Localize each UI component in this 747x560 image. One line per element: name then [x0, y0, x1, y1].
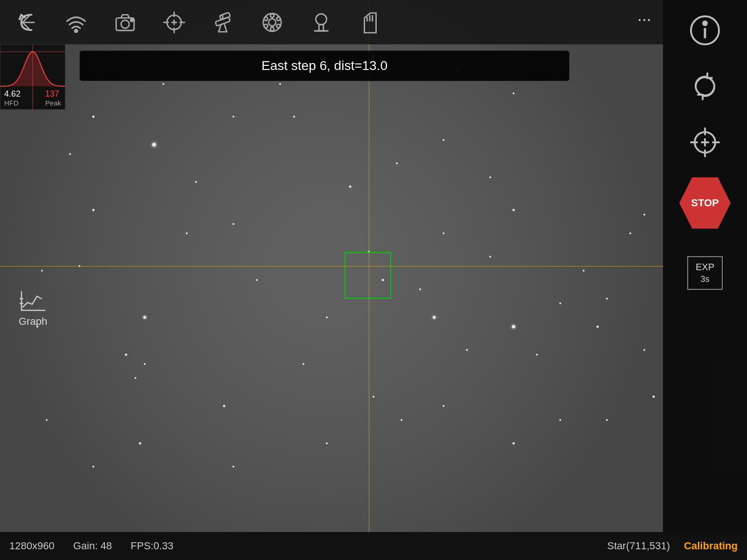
status-gain: Gain: 48 — [73, 540, 112, 552]
exp-control[interactable]: EXP 3s — [687, 256, 723, 290]
wifi-icon[interactable] — [63, 9, 89, 35]
status-resolution: 1280x960 — [9, 540, 55, 552]
hfd-peak-label: Peak — [45, 99, 61, 107]
svg-point-23 — [276, 17, 280, 21]
back-icon[interactable] — [14, 9, 40, 35]
svg-point-26 — [316, 14, 326, 24]
main-viewport: ··· East step 6, dist=13.0 4.62 HFD 137 … — [0, 0, 663, 532]
stop-label: STOP — [691, 197, 719, 209]
hfd-value: 4.62 — [4, 89, 21, 99]
right-sidebar: STOP EXP 3s — [663, 0, 747, 532]
mount-icon[interactable] — [308, 9, 334, 35]
svg-point-4 — [130, 19, 133, 21]
svg-point-18 — [263, 13, 281, 31]
status-calibrating: Calibrating — [684, 540, 738, 552]
target-crosshair-icon[interactable] — [161, 9, 187, 35]
exp-value: 3s — [700, 274, 709, 284]
svg-point-24 — [264, 24, 268, 28]
more-button[interactable]: ··· — [637, 9, 651, 29]
graph-label: Graph — [19, 315, 47, 328]
toolbar-icons-left — [14, 9, 383, 35]
crosshair-button[interactable] — [684, 121, 726, 163]
stop-button[interactable]: STOP — [679, 177, 731, 229]
svg-point-3 — [121, 20, 129, 28]
status-fps: FPS:0.33 — [131, 540, 174, 552]
film-reel-icon[interactable] — [259, 9, 285, 35]
status-right: Star(711,531) Calibrating — [607, 540, 738, 552]
svg-point-1 — [75, 29, 78, 32]
camera-icon[interactable] — [112, 9, 138, 35]
exp-label: EXP — [696, 262, 714, 273]
svg-point-21 — [270, 27, 274, 31]
graph-button[interactable]: Graph — [19, 289, 47, 328]
status-bar: 1280x960 Gain: 48 FPS:0.33 Star(711,531)… — [0, 532, 747, 560]
hfd-label: HFD — [4, 99, 21, 107]
svg-point-22 — [264, 17, 268, 21]
refresh-button[interactable] — [684, 65, 726, 107]
svg-point-19 — [268, 19, 275, 26]
telescope-icon[interactable] — [210, 9, 236, 35]
svg-point-20 — [270, 14, 274, 17]
sd-card-icon[interactable] — [357, 9, 383, 35]
status-left: 1280x960 Gain: 48 FPS:0.33 — [9, 540, 607, 552]
svg-point-39 — [703, 21, 707, 25]
status-star: Star(711,531) — [607, 540, 670, 552]
svg-point-25 — [276, 24, 280, 28]
top-toolbar — [0, 0, 663, 44]
hfd-values: 4.62 HFD 137 Peak — [0, 89, 65, 107]
hfd-panel: 4.62 HFD 137 Peak — [0, 44, 65, 110]
hfd-peak-value: 137 — [45, 89, 61, 99]
exp-button[interactable]: EXP 3s — [684, 252, 726, 294]
crosshair-horizontal — [0, 266, 663, 266]
target-box — [345, 252, 391, 299]
info-banner: East step 6, dist=13.0 — [79, 50, 570, 81]
svg-line-15 — [224, 24, 226, 31]
info-button[interactable] — [684, 9, 726, 51]
svg-rect-27 — [319, 24, 324, 30]
